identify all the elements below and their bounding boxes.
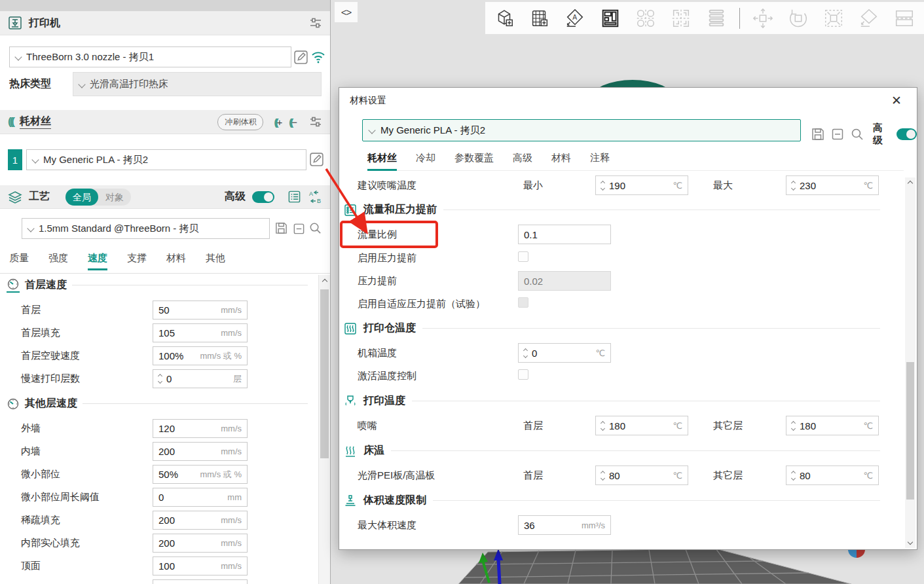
sparse-infill-speed-input[interactable]: 200mm/s: [153, 511, 248, 530]
top-surface-speed-input[interactable]: 100mm/s: [153, 557, 248, 575]
tab-material[interactable]: 材料: [166, 252, 186, 270]
tab-speed[interactable]: 速度: [88, 252, 107, 270]
first-layer-speed-input[interactable]: 50mm/s: [153, 301, 248, 319]
dialog-search-icon[interactable]: [850, 127, 864, 141]
chamber-temp-input[interactable]: 0℃: [518, 343, 611, 363]
nozzle-temp-max-input[interactable]: 230℃: [786, 175, 879, 195]
nozzle-first-layer-temp-input[interactable]: 180℃: [595, 416, 688, 435]
scroll-down-icon[interactable]: [905, 540, 915, 544]
add-object-icon[interactable]: [492, 6, 517, 31]
dialog-filament-preset-select[interactable]: My Generic PLA - 拷贝2: [362, 119, 801, 141]
scroll-up-icon[interactable]: [905, 181, 915, 185]
small-perimeters-threshold-input[interactable]: 0mm: [153, 488, 248, 507]
spinner-icon[interactable]: [524, 349, 527, 357]
printer-section-title: 打印机: [29, 16, 60, 30]
input-unit: ℃: [863, 181, 873, 191]
close-icon[interactable]: ✕: [888, 92, 905, 109]
scope-toggle[interactable]: 全局 对象: [65, 189, 131, 206]
input-unit: ℃: [673, 181, 682, 191]
printer-settings-sliders-icon[interactable]: [309, 16, 322, 29]
scroll-up-icon[interactable]: [319, 280, 330, 283]
flow-ratio-input[interactable]: 0.1: [518, 225, 611, 244]
enable-pressure-advance-checkbox[interactable]: [518, 251, 528, 262]
bed-type-select[interactable]: 光滑高温打印热床: [73, 72, 322, 96]
clipped-speed-input[interactable]: [153, 579, 248, 584]
dialog-scrollbar-thumb[interactable]: [906, 362, 914, 500]
setting-label: 光滑PEI板/高温板: [358, 469, 435, 482]
bed-first-layer-temp-input[interactable]: 80℃: [595, 465, 688, 485]
small-perimeters-speed-input[interactable]: 50%mm/s 或 %: [153, 465, 248, 484]
first-layer-infill-speed-input[interactable]: 105mm/s: [153, 323, 248, 342]
collapse-sidebar-button[interactable]: <>: [335, 2, 358, 22]
setting-label: 内部实心填充: [21, 537, 80, 549]
adaptive-pressure-advance-row: 启用自适应压力提前（试验）: [339, 294, 902, 314]
tab-quality[interactable]: 质量: [9, 252, 29, 270]
wifi-icon[interactable]: [310, 49, 326, 65]
panel-scrollbar-thumb[interactable]: [320, 289, 329, 458]
filament-settings-sliders-icon[interactable]: [309, 115, 322, 128]
printer-preset-select[interactable]: ThreeBorn 3.0 nozzle - 拷贝1: [9, 46, 291, 67]
input-value: 200: [158, 446, 221, 457]
filament-preset-select[interactable]: My Generic PLA - 拷贝2: [26, 149, 306, 170]
dialog-tab-material[interactable]: 材料: [551, 152, 571, 171]
dialog-remove-preset-icon[interactable]: [831, 128, 844, 141]
slow-layers-input[interactable]: 0层: [153, 369, 248, 388]
filament-edit-icon[interactable]: [309, 152, 324, 167]
process-preset-select[interactable]: 1.5mm Standard @ThreeBorn - 拷贝: [22, 218, 270, 239]
tab-strength[interactable]: 强度: [48, 252, 68, 270]
advanced-toggle[interactable]: [252, 191, 274, 203]
dialog-tab-cooling[interactable]: 冷却: [416, 152, 435, 171]
auto-arrange-icon[interactable]: A: [563, 6, 587, 31]
input-value: 0.1: [524, 229, 605, 240]
nozzle-other-layers-temp-input[interactable]: 180℃: [786, 416, 879, 435]
spinner-icon[interactable]: [792, 422, 795, 430]
internal-solid-infill-speed-input[interactable]: 200mm/s: [153, 534, 248, 553]
assembly-view-icon: [704, 6, 729, 31]
first-layer-travel-speed-input[interactable]: 100%mm/s 或 %: [153, 346, 248, 365]
max-volumetric-speed-input[interactable]: 36mm³/s: [518, 515, 611, 535]
input-unit: 层: [233, 373, 242, 385]
scope-object-pill[interactable]: 对象: [98, 189, 131, 206]
section-title: 流量和压力提前: [363, 203, 437, 217]
spinner-icon[interactable]: [792, 471, 795, 480]
dialog-tab-advanced[interactable]: 高级: [513, 152, 532, 171]
flush-volume-button[interactable]: 冲刷体积: [217, 114, 263, 130]
activate-temp-control-checkbox[interactable]: [518, 369, 528, 380]
add-plate-icon[interactable]: [527, 6, 552, 31]
tab-support[interactable]: 支撑: [127, 252, 147, 270]
list-settings-icon[interactable]: [287, 190, 301, 204]
dialog-tab-notes[interactable]: 注释: [590, 152, 610, 171]
save-preset-icon[interactable]: [274, 221, 288, 235]
ab-compare-icon[interactable]: A B: [308, 190, 322, 204]
scope-global-pill[interactable]: 全局: [65, 189, 98, 206]
setting-label: 稀疏填充: [21, 514, 60, 526]
add-filament-icon[interactable]: ((+: [274, 117, 282, 128]
printer-edit-icon[interactable]: [293, 50, 308, 65]
remove-filament-icon[interactable]: ((−: [289, 117, 297, 128]
tab-others[interactable]: 其他: [206, 252, 225, 270]
dialog-save-icon[interactable]: [811, 127, 825, 141]
spinner-icon[interactable]: [792, 181, 795, 190]
dialog-scrollbar[interactable]: [905, 177, 915, 548]
inner-wall-speed-input[interactable]: 200mm/s: [153, 442, 248, 461]
spinner-icon[interactable]: [601, 471, 604, 480]
outer-wall-speed-input[interactable]: 120mm/s: [153, 419, 248, 438]
dialog-advanced-toggle[interactable]: [896, 128, 917, 140]
nozzle-temp-min-input[interactable]: 190℃: [595, 175, 688, 195]
remove-preset-icon[interactable]: [293, 223, 305, 235]
search-preset-icon[interactable]: [308, 221, 322, 235]
spinner-icon[interactable]: [158, 374, 162, 383]
process-tabs: 质量 强度 速度 支撑 材料 其他: [9, 252, 225, 270]
input-unit: mm: [227, 492, 242, 502]
dialog-tab-overrides[interactable]: 参数覆盖: [454, 152, 494, 171]
spinner-icon[interactable]: [601, 181, 604, 190]
sidebar-settings-panel: 打印机 ThreeBorn 3.0 nozzle - 拷贝1 热床类型 光滑高温…: [0, 0, 331, 584]
filament-slot-badge[interactable]: 1: [8, 149, 22, 170]
input-value: 80: [609, 470, 673, 481]
spinner-icon[interactable]: [601, 422, 604, 430]
lay-on-face-icon: [857, 6, 881, 31]
dialog-tab-filament[interactable]: 耗材丝: [367, 152, 397, 171]
arrange-plates-icon[interactable]: [598, 6, 623, 31]
panel-scrollbar[interactable]: [318, 275, 330, 584]
bed-other-layers-temp-input[interactable]: 80℃: [786, 465, 879, 485]
